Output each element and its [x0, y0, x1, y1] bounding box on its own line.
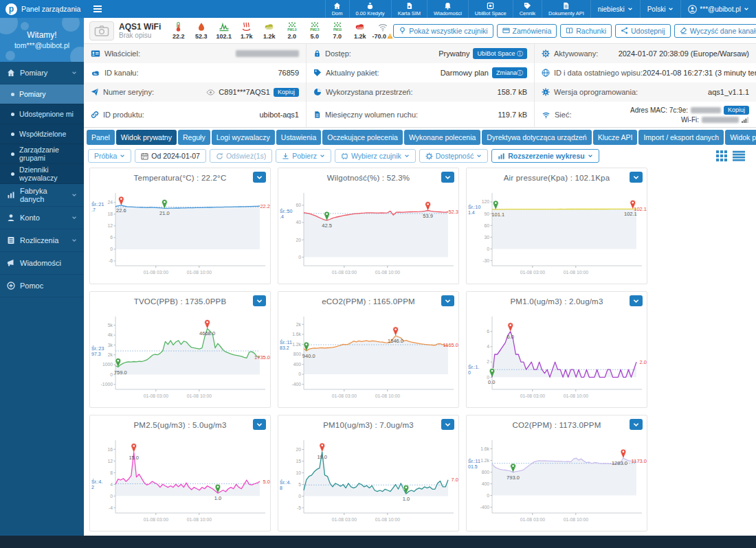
chart-menu-button[interactable]	[253, 172, 266, 183]
sensor-value: 1.2k	[263, 33, 276, 40]
info-badge[interactable]: Zmianaⓘ	[492, 67, 527, 78]
chart-menu-button[interactable]	[441, 172, 454, 183]
chart-plot[interactable]: 5k4k3k2k10000-100001-08 03:0001-08 10:00…	[91, 312, 271, 406]
tab-panel[interactable]: Panel	[87, 130, 115, 145]
chart-plot[interactable]: 642001-08 03:0001-08 10:00Śr.:1.06.00.02…	[467, 312, 647, 406]
svg-text:90: 90	[484, 212, 489, 216]
chart-plot[interactable]: 2k1.6k1.2k8004000-40001-08 03:0001-08 10…	[279, 312, 459, 406]
sensor-value: 52.3	[195, 33, 208, 40]
svg-text:793.0: 793.0	[507, 475, 520, 481]
svg-text:01-08 03:00: 01-08 03:00	[332, 270, 357, 275]
svg-text:Śr.:10: Śr.:10	[468, 204, 480, 209]
tab-ustawienia[interactable]: Ustawienia	[276, 130, 321, 145]
sidebar-subitem-dzienniki-wyzwalaczy[interactable]: Dzienniki wyzwalaczy	[0, 164, 84, 184]
tab-import-eksport-danych[interactable]: Import / eksport danych	[638, 130, 724, 145]
chart-menu-button[interactable]	[630, 172, 643, 183]
list-view-button[interactable]	[733, 150, 745, 161]
sidebar-subitem-udost-pnione-mi[interactable]: Udostępnione mi	[0, 104, 84, 124]
od-2024-01-07-button[interactable]: Od 2024-01-07	[135, 149, 206, 163]
topbar-item-cennik[interactable]: Cennik	[513, 0, 542, 18]
topbar-item-label: Dokumenty API	[548, 10, 584, 16]
sidebar-subitem-wsp-dzielone[interactable]: Współdzielone	[0, 124, 84, 144]
svg-text:20: 20	[296, 238, 301, 242]
thermometer-icon	[173, 21, 184, 32]
clear-icon	[680, 27, 687, 34]
chart-plot[interactable]: 1.6k1.2k8004000-40001-08 03:0001-08 10:0…	[467, 436, 647, 529]
chart-menu-button[interactable]	[630, 419, 643, 430]
svg-text:01-08 10:00: 01-08 10:00	[564, 270, 589, 275]
chart-plot[interactable]: 604020001-08 03:0001-08 10:00Śr.:50.453.…	[279, 189, 459, 282]
account-label: ***@ubibot.pl	[700, 5, 741, 13]
chart-menu-button[interactable]	[441, 419, 454, 430]
sidebar-item-rozliczenia[interactable]: Rozliczenia	[0, 229, 84, 252]
chart-menu-button[interactable]	[630, 295, 643, 306]
chart-plot[interactable]: 1209060300-3001-08 03:0001-08 10:00Śr.:1…	[467, 189, 647, 282]
sensor-value: 1.2k	[354, 33, 366, 40]
theme-select[interactable]: niebieski	[590, 0, 640, 18]
language-select[interactable]: Polski	[640, 0, 681, 18]
info-value: 2024-01-08 16:27:31 (3 minuty temu) #752	[643, 69, 756, 77]
chart-plot[interactable]: 1612840-401-08 03:0001-08 10:00Śr.:4.215…	[91, 436, 271, 529]
info-badge[interactable]: UbiBot Space ⓘ	[473, 48, 527, 59]
topbar-item-dom[interactable]: Dom	[325, 0, 349, 18]
tab-wykonane-polecenia[interactable]: Wykonane polecenia	[404, 130, 480, 145]
credits-icon	[366, 2, 374, 10]
svg-text:1735.0: 1735.0	[254, 354, 270, 361]
chart-menu-button[interactable]	[253, 419, 266, 430]
udost-pnij-button[interactable]: Udostępnij	[615, 24, 671, 38]
topbar-item-ubibot-space[interactable]: UbiBot Space	[468, 0, 513, 18]
tab-widok-prywatny[interactable]: Widok prywatny	[116, 130, 177, 145]
sidebar-item-fabryka-danych[interactable]: Fabryka danych	[0, 184, 84, 207]
tab-dyrektywa-dotycz-ca-urz-dze[interactable]: Dyrektywa dotycząca urządzeń	[482, 130, 591, 145]
od-wie-1s-button[interactable]: Odśwież(1s)	[210, 149, 272, 163]
rozszerzenie-wykresu-button[interactable]: Rozszerzenie wykresu	[491, 149, 599, 163]
topbar-item-dokumenty-api[interactable]: Dokumenty API	[542, 0, 590, 18]
poka-wszystkie-czujniki-button[interactable]: Pokaż wszystkie czujniki	[393, 24, 493, 38]
topbar-item-0-00-kredyty[interactable]: 0.00 Kredyty	[349, 0, 391, 18]
device-photo-placeholder[interactable]	[89, 21, 114, 41]
sidebar-item-wiadomo-ci[interactable]: Wiadomości	[0, 252, 84, 275]
svg-text:Śr.:50: Śr.:50	[280, 208, 292, 214]
tab-logi-wyzwalaczy[interactable]: Logi wyzwalaczy	[212, 130, 275, 145]
device-header: AQS1 WiFi Brak opisu 22.252.3102.11.7keC…	[84, 18, 756, 44]
grid-view-button[interactable]	[716, 150, 727, 161]
wyczy-dane-kana-u-button[interactable]: Wyczyść dane kanału	[674, 24, 756, 38]
menu-toggle-button[interactable]	[93, 5, 102, 12]
sidebar-subitem-pomiary[interactable]: Pomiary	[0, 84, 84, 104]
sensor-value: 22.2	[173, 33, 185, 40]
eye-icon	[206, 89, 215, 95]
doc-icon	[313, 111, 321, 119]
dost-pno-button[interactable]: Dostępność	[419, 149, 488, 163]
chart-menu-button[interactable]	[441, 295, 454, 306]
charts-grid: Temperatura(°C) : 22.2°C24181260-601-08 …	[84, 165, 756, 534]
chart-plot[interactable]: 24181260-601-08 03:0001-08 10:00Śr.:21.7…	[91, 189, 271, 282]
home-icon	[333, 2, 341, 10]
svg-text:1165.0: 1165.0	[443, 342, 458, 348]
sidebar-item-konto[interactable]: Konto	[0, 207, 84, 229]
tab-oczekuj-ce-polecenia[interactable]: Oczekujące polecenia	[322, 130, 403, 145]
chart-plot[interactable]: 20151050-501-08 03:0001-08 10:00Śr.:4.81…	[279, 436, 459, 529]
sidebar-submenu: PomiaryUdostępnione miWspółdzieloneZarzą…	[0, 84, 84, 184]
svg-text:6: 6	[487, 329, 489, 334]
account-menu[interactable]: ***@ubibot.pl	[680, 0, 756, 18]
rachunki-button[interactable]: Rachunki	[560, 24, 612, 38]
sensor-tvoc: 1.7k	[236, 21, 257, 40]
sidebar-item-pomiary[interactable]: Pomiary	[0, 62, 84, 84]
chart-menu-button[interactable]	[253, 295, 266, 306]
copy-button[interactable]: Kopiuj	[724, 106, 749, 115]
copy-button[interactable]: Kopiuj	[274, 88, 299, 97]
pr-bka-button[interactable]: Próbka	[88, 149, 131, 163]
tab-regu-y[interactable]: Reguły	[178, 130, 210, 145]
zam-wienia-button[interactable]: Zamówienia	[497, 24, 557, 38]
gear-icon	[542, 49, 550, 58]
tab-klucze-api[interactable]: Klucze API	[593, 130, 638, 145]
topbar-item-karta-sim[interactable]: Karta SIM	[391, 0, 427, 18]
pobierz-button[interactable]: Pobierz	[276, 149, 331, 163]
wybierz-czujnik-button[interactable]: Wybierz czujnik	[335, 149, 416, 163]
svg-text:800: 800	[482, 470, 490, 475]
sidebar-subitem-zarz-dzanie-grupami[interactable]: Zarządzanie grupami	[0, 144, 84, 164]
tab-widok-publiczny[interactable]: Widok publiczny	[725, 130, 756, 145]
topbar-item-wiadomo-ci[interactable]: Wiadomości	[427, 0, 468, 18]
sidebar-item-pomoc[interactable]: Pomoc	[0, 275, 84, 297]
info-label: Aktywowany:	[542, 49, 598, 58]
